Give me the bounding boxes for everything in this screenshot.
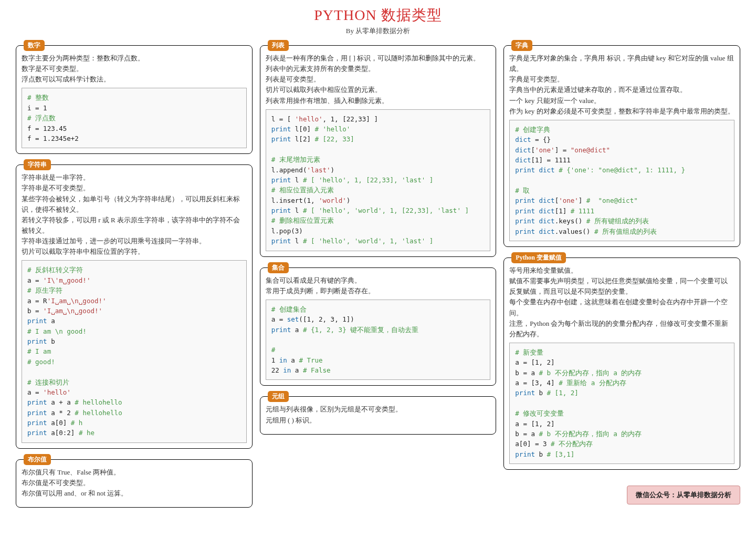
desc-tuple: 元组与列表很像，区别为元组是不可变类型。元组用 ( ) 标识。 [266,404,491,425]
code-list: l = [ 'hello', 1, [22,33] ] print l[0] #… [266,109,491,251]
card-label-list: 列表 [268,40,289,51]
footer-badge: 微信公众号：从零单排数据分析 [503,486,740,504]
card-label-assign: Python 变量赋值 [511,252,566,263]
code-string: # 反斜杠转义字符 a = 'I\'m␣good!' # 原生字符 a = R'… [22,260,247,442]
card-label-bool: 布尔值 [24,454,51,465]
card-tuple: 元组 元组与列表很像，区别为元组是不可变类型。元组用 ( ) 标识。 [260,396,497,434]
code-dict: # 创建字典 dict = {} dict['one'] = "one@dict… [509,120,734,241]
columns: 数字 数字主要分为两种类型：整数和浮点数。数字是不可变类型。浮点数可以写成科学计… [16,41,740,508]
column-1: 数字 数字主要分为两种类型：整数和浮点数。数字是不可变类型。浮点数可以写成科学计… [16,41,253,508]
desc-dict: 字典是无序对象的集合，字典用 标识，字典由键 key 和它对应的值 value … [509,53,734,117]
page-title: PYTHON 数据类型 [16,5,740,25]
card-bool: 布尔值 布尔值只有 True、False 两种值。布尔值是不可变类型。布尔值可以… [16,459,253,508]
code-assign: # 新变量 a = [1, 2] b = a # b 不分配内存，指向 a 的内… [509,343,734,464]
desc-set: 集合可以看成是只有键的字典。常用于成员判断，即判断是否存在。 [266,275,491,296]
page-subtitle: By 从零单排数据分析 [16,26,740,36]
card-number: 数字 数字主要分为两种类型：整数和浮点数。数字是不可变类型。浮点数可以写成科学计… [16,45,253,154]
desc-number: 数字主要分为两种类型：整数和浮点数。数字是不可变类型。浮点数可以写成科学计数法。 [22,53,247,85]
column-2: 列表 列表是一种有序的集合，用 [ ] 标识，可以随时添加和删除其中的元素。列表… [260,41,497,508]
desc-list: 列表是一种有序的集合，用 [ ] 标识，可以随时添加和删除其中的元素。列表中的元… [266,53,491,106]
card-label-set: 集合 [268,262,289,273]
card-label-dict: 字典 [511,40,532,51]
code-set: # 创建集合 a = set([1, 2, 3, 1]) print a # {… [266,300,491,380]
card-label-tuple: 元组 [268,391,289,402]
card-set: 集合 集合可以看成是只有键的字典。常用于成员判断，即判断是否存在。 # 创建集合… [260,267,497,386]
footer-text: 微信公众号：从零单排数据分析 [627,486,740,504]
card-label-number: 数字 [24,40,45,51]
desc-assign: 等号用来给变量赋值。赋值不需要事先声明类型，可以把任意类型赋值给变量，同一个变量… [509,265,734,339]
card-list: 列表 列表是一种有序的集合，用 [ ] 标识，可以随时添加和删除其中的元素。列表… [260,45,497,257]
desc-string: 字符串就是一串字符。字符串是不可变类型。某些字符会被转义，如单引号（转义为字符串… [22,172,247,257]
desc-bool: 布尔值只有 True、False 两种值。布尔值是不可变类型。布尔值可以用 an… [22,467,247,499]
code-number: # 整数 i = 1 # 浮点数 f = 123.45 f = 1.2345e+… [22,88,247,148]
card-assign: Python 变量赋值 等号用来给变量赋值。赋值不需要事先声明类型，可以把任意类… [503,257,740,470]
card-label-string: 字符串 [24,159,51,170]
card-string: 字符串 字符串就是一串字符。字符串是不可变类型。某些字符会被转义，如单引号（转义… [16,164,253,449]
card-dict: 字典 字典是无序对象的集合，字典用 标识，字典由键 key 和它对应的值 val… [503,45,740,247]
column-3: 字典 字典是无序对象的集合，字典用 标识，字典由键 key 和它对应的值 val… [503,41,740,508]
